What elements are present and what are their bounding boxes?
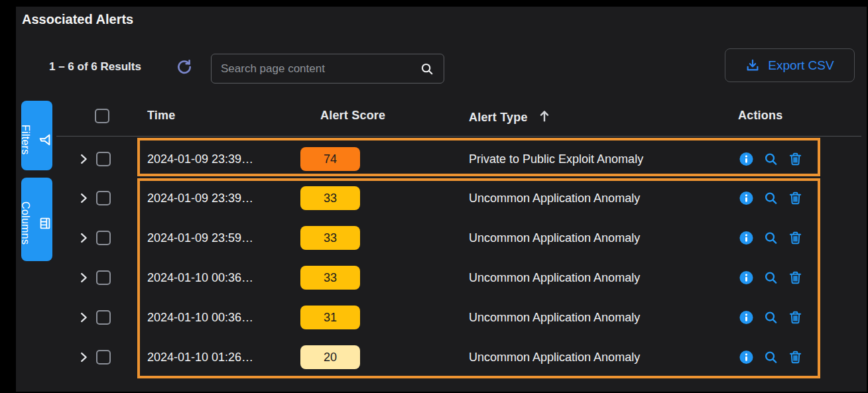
search-icon[interactable] — [763, 310, 778, 325]
search-input[interactable] — [221, 62, 420, 76]
table-row: 2024-01-10 00:36… 31 Uncommon Applicatio… — [16, 298, 867, 337]
info-icon[interactable] — [739, 270, 754, 286]
table-row: 2024-01-09 23:59… 33 Uncommon Applicatio… — [16, 218, 867, 258]
search-icon[interactable] — [763, 152, 778, 167]
info-icon[interactable] — [739, 191, 754, 206]
search-box — [211, 54, 444, 84]
expand-chevron-icon[interactable] — [76, 231, 91, 245]
row-actions — [739, 350, 803, 365]
row-checkbox[interactable] — [96, 231, 111, 245]
cell-alert-type: Private to Public Exploit Anomaly — [469, 152, 643, 166]
select-all-checkbox[interactable] — [95, 109, 109, 123]
cell-alert-type: Uncommon Application Anomaly — [469, 311, 640, 325]
download-icon — [745, 58, 760, 73]
cell-time: 2024-01-09 23:39… — [147, 192, 253, 205]
associated-alerts-panel: Associated Alerts 1 – 6 of 6 Results Exp… — [16, 7, 867, 392]
cell-time: 2024-01-10 00:36… — [147, 271, 253, 285]
search-icon[interactable] — [763, 231, 778, 246]
info-icon[interactable] — [739, 152, 754, 167]
row-checkbox[interactable] — [96, 152, 111, 166]
export-csv-label: Export CSV — [768, 58, 834, 73]
trash-icon[interactable] — [788, 270, 803, 286]
alert-score-badge: 31 — [300, 306, 360, 329]
row-checkbox[interactable] — [96, 270, 111, 285]
trash-icon[interactable] — [788, 350, 803, 365]
cell-time: 2024-01-09 23:59… — [147, 231, 253, 245]
trash-icon[interactable] — [788, 231, 803, 246]
table-row: 2024-01-09 23:39… 74 Private to Public E… — [16, 139, 867, 179]
alert-score-badge: 33 — [300, 226, 360, 250]
expand-chevron-icon[interactable] — [76, 152, 91, 166]
row-checkbox[interactable] — [96, 310, 111, 325]
column-header-alert-type[interactable]: Alert Type — [469, 109, 552, 125]
info-icon[interactable] — [739, 310, 754, 325]
table-row: 2024-01-09 23:39… 33 Uncommon Applicatio… — [16, 178, 867, 218]
trash-icon[interactable] — [788, 310, 803, 325]
cell-time: 2024-01-09 23:39… — [147, 152, 253, 166]
cell-alert-type: Uncommon Application Anomaly — [469, 231, 640, 245]
results-count: 1 – 6 of 6 Results — [49, 60, 141, 74]
row-actions — [739, 191, 803, 206]
export-csv-button[interactable]: Export CSV — [725, 48, 855, 82]
column-header-actions: Actions — [738, 109, 782, 123]
column-header-alert-score[interactable]: Alert Score — [320, 109, 385, 123]
row-checkbox[interactable] — [96, 350, 111, 365]
expand-chevron-icon[interactable] — [76, 310, 91, 325]
expand-chevron-icon[interactable] — [76, 191, 91, 205]
search-icon[interactable] — [420, 62, 434, 76]
expand-chevron-icon[interactable] — [76, 350, 91, 365]
info-icon[interactable] — [739, 231, 754, 246]
row-checkbox[interactable] — [96, 191, 111, 205]
cell-alert-type: Uncommon Application Anomaly — [469, 192, 640, 205]
row-actions — [739, 152, 803, 167]
cell-alert-type: Uncommon Application Anomaly — [469, 271, 640, 285]
alert-score-badge: 33 — [300, 186, 360, 210]
table-row: 2024-01-10 00:36… 33 Uncommon Applicatio… — [16, 258, 867, 298]
header-divider — [56, 136, 861, 137]
alert-score-badge: 20 — [300, 345, 360, 369]
page-title: Associated Alerts — [22, 12, 133, 27]
trash-icon[interactable] — [788, 152, 803, 167]
alert-score-badge: 33 — [300, 266, 360, 290]
cell-alert-type: Uncommon Application Anomaly — [469, 351, 640, 365]
cell-time: 2024-01-10 00:36… — [147, 311, 253, 325]
row-actions — [739, 231, 803, 246]
sort-ascending-arrow-icon — [537, 109, 552, 123]
expand-chevron-icon[interactable] — [76, 270, 91, 285]
table-row: 2024-01-10 01:26… 20 Uncommon Applicatio… — [16, 337, 867, 377]
info-icon[interactable] — [739, 350, 754, 365]
alert-score-badge: 74 — [300, 147, 360, 171]
trash-icon[interactable] — [788, 191, 803, 206]
search-icon[interactable] — [763, 191, 778, 206]
row-actions — [739, 310, 803, 325]
search-icon[interactable] — [763, 270, 778, 286]
search-icon[interactable] — [763, 350, 778, 365]
cell-time: 2024-01-10 01:26… — [147, 351, 253, 365]
refresh-icon[interactable] — [176, 58, 193, 76]
row-actions — [739, 270, 803, 286]
column-header-time[interactable]: Time — [147, 109, 176, 123]
